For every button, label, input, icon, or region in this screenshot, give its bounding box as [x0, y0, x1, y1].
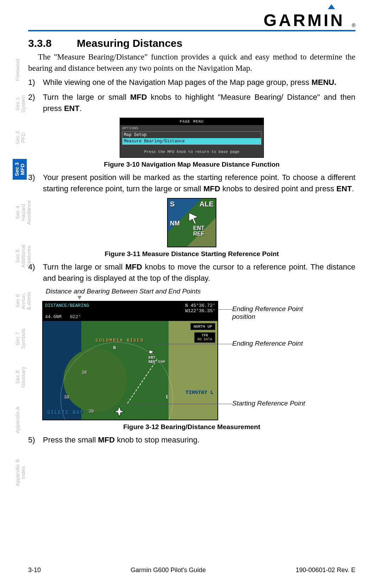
compass-n: N [113, 346, 116, 351]
tab-sec7[interactable]: Sec 7Symbols [15, 328, 26, 349]
option-measure-bearing-distance: Measure Bearing/Distance [122, 138, 261, 144]
svg-marker-0 [189, 213, 198, 224]
option-map-setup: Map Setup [122, 132, 261, 138]
figure-3-12: DISTANCE/BEARING N 45°36.72'W122°36.35' … [42, 301, 218, 420]
annotation-starting-point: Starting Reference Point [232, 400, 324, 407]
options-label: OPTIONS [120, 125, 264, 131]
page-menu-title: PAGE MENU [120, 118, 264, 125]
brand-delta-icon [328, 4, 335, 9]
range-38: 38 [82, 370, 87, 375]
range-label: 37.5NM [151, 360, 165, 364]
tab-foreword[interactable]: Foreword [15, 59, 20, 81]
ownship-icon [113, 406, 125, 417]
thumb-text-left: S [170, 200, 175, 208]
page-footer: 3-10 Garmin G600 Pilot's Guide 190-00601… [28, 567, 355, 574]
footer-title: Garmin G600 Pilot's Guide [131, 567, 206, 574]
step-1: 1) While viewing one of the Navigation M… [28, 77, 355, 88]
section-title: Measuring Distances [77, 37, 182, 49]
annotation-ending-point: Ending Reference Point [232, 340, 324, 347]
pointer-down-icon [77, 296, 82, 299]
svg-marker-2 [114, 406, 125, 417]
range-30b: 30 [89, 409, 94, 414]
tab-appendix-a[interactable]: Appendix A [15, 407, 20, 433]
annotation-ending-position: Ending Reference Point position [232, 305, 324, 321]
tab-sec3-active[interactable]: Sec 3MFD [13, 159, 27, 180]
tab-sec8[interactable]: Sec 8Glossary [15, 367, 26, 388]
footer-page: 3-10 [28, 567, 41, 574]
tab-appendix-b[interactable]: Appendix BIndex [15, 459, 26, 486]
hdr-bearing: 022° [70, 314, 81, 320]
range-30a: 30 [64, 395, 69, 400]
step-3: 3) Your present position will be marked … [28, 172, 355, 194]
step-4: 4) Turn the large or small MFD knobs to … [28, 261, 355, 284]
ent-ref-label: ENTREF [193, 225, 204, 237]
intro-paragraph: The "Measure Bearing/Distance" function … [28, 51, 355, 74]
step-5: 5) Press the small MFD knob to stop meas… [28, 434, 355, 446]
north-up-box: NORTH UP [190, 323, 215, 330]
section-number: 3.3.8 [28, 37, 74, 49]
menu-hint: Press the MFD knob to return to base pag… [120, 147, 264, 157]
brand-registered: ® [352, 23, 355, 28]
svg-marker-1 [149, 350, 154, 355]
figure-3-10: PAGE MENU OPTIONS Map Setup Measure Bear… [120, 118, 264, 158]
section-heading: 3.3.8 Measuring Distances [28, 37, 355, 49]
hdr-distance: 44.6NM [45, 314, 62, 320]
figure-3-11-caption: Figure 3-11 Measure Distance Starting Re… [28, 250, 355, 258]
callout-distance-bearing: Distance and Bearing Between Start and E… [46, 287, 355, 295]
hdr-distance-bearing-label: DISTANCE/BEARING [45, 303, 89, 314]
hdr-latlon: N 45°36.72'W122°36.35' [185, 303, 215, 314]
map-body: NORTH UP TFRNO DATA COLUMBIA RIVER N E 3… [43, 321, 217, 420]
figure-3-12-wrap: DISTANCE/BEARING N 45°36.72'W122°36.35' … [42, 301, 331, 420]
figure-3-12-caption: Figure 3-12 Bearing/Distance Measurement [28, 423, 355, 431]
compass-e: E [166, 395, 169, 400]
brand-logo: GARMIN® [264, 11, 355, 30]
brand-text: GARMIN [264, 11, 345, 30]
thumb-text-right: ALE [200, 200, 214, 208]
footer-docnum: 190-00601-02 Rev. E [296, 567, 355, 574]
tab-sec2[interactable]: Sec 2PFD [15, 131, 26, 144]
figure-3-10-caption: Figure 3-10 Navigation Map Measure Dista… [28, 161, 355, 168]
tfr-box: TFRNO DATA [194, 332, 215, 343]
figure-3-11: S ALE NM ENTREF [167, 198, 216, 247]
lake-label: TIMOTHY L [185, 390, 213, 395]
page-content: 3.3.8 Measuring Distances The "Measure B… [28, 35, 355, 449]
thumb-text-mid: NM [170, 220, 180, 227]
step-2: 2) Turn the large or small MFD knobs to … [28, 92, 355, 114]
options-box: Map Setup Measure Bearing/Distance [122, 131, 261, 145]
tab-sec1[interactable]: Sec 1System [15, 95, 26, 113]
water-label: SILETZ BAY [47, 410, 84, 415]
header-rule [28, 30, 355, 31]
